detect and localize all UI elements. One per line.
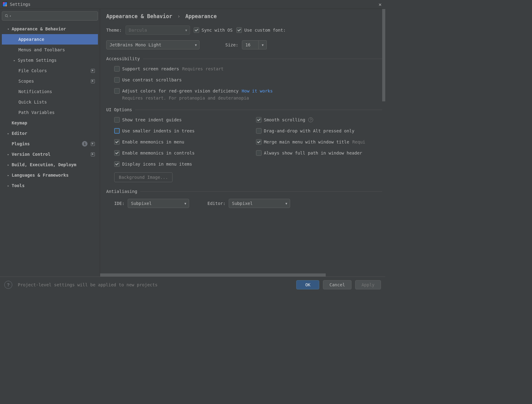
- sync-os-label: Sync with OS: [202, 28, 233, 33]
- chevron-down-icon: ▼: [185, 29, 187, 32]
- how-it-works-link[interactable]: How it works: [242, 88, 273, 93]
- sidebar-item[interactable]: ▸Version Control: [2, 149, 98, 159]
- checkbox-box: [114, 77, 120, 83]
- theme-value: Darcula: [129, 28, 147, 33]
- sidebar-item[interactable]: Menus and Toolbars: [2, 45, 98, 55]
- info-icon[interactable]: ?: [308, 117, 313, 122]
- sidebar-item-label: Languages & Frameworks: [12, 173, 68, 178]
- checkbox-box: [114, 150, 120, 156]
- adjust-colors-hint: Requires restart. For protanopia and deu…: [114, 96, 385, 100]
- font-select[interactable]: JetBrains Mono Light ▼: [106, 40, 200, 49]
- breadcrumb-a: Appearance & Behavior: [106, 13, 172, 19]
- full-path-label: Always show full path in window header: [264, 151, 362, 155]
- sidebar-item-label: Plugins: [12, 141, 30, 146]
- chevron-right-icon: ▸: [7, 153, 12, 156]
- help-icon[interactable]: ?: [4, 281, 12, 289]
- sidebar-item[interactable]: ▸System Settings: [2, 55, 98, 65]
- checkbox-box: [114, 161, 120, 167]
- search-history-caret-icon[interactable]: ▾: [10, 14, 11, 18]
- smaller-indents-checkbox[interactable]: Use smaller indents in trees: [114, 128, 195, 134]
- size-dropdown-button[interactable]: ▼: [259, 40, 267, 49]
- mnemonics-ctrl-label: Enable mnemonics in controls: [122, 151, 195, 155]
- scrollbar-thumb[interactable]: [100, 273, 326, 277]
- contrast-scrollbars-checkbox[interactable]: Use contrast scrollbars: [114, 77, 182, 83]
- sidebar-item-label: Appearance & Behavior: [12, 26, 66, 31]
- ok-button[interactable]: OK: [296, 280, 319, 289]
- drag-alt-checkbox[interactable]: Drag-and-drop with Alt pressed only: [256, 128, 355, 134]
- chevron-down-icon: ▼: [184, 202, 186, 205]
- sidebar-item-label: Tools: [12, 183, 25, 188]
- scrollbar-thumb[interactable]: [382, 9, 385, 101]
- merge-menu-hint: Requi: [352, 139, 365, 144]
- window-title: Settings: [10, 2, 30, 7]
- project-level-icon: [91, 69, 95, 73]
- screen-readers-checkbox[interactable]: Support screen readers: [114, 66, 179, 72]
- custom-font-checkbox[interactable]: Use custom font:: [236, 27, 286, 33]
- sidebar-item[interactable]: File Colors: [2, 65, 98, 76]
- smooth-scrolling-checkbox[interactable]: Smooth scrolling: [256, 117, 305, 123]
- full-path-checkbox[interactable]: Always show full path in window header: [256, 150, 362, 156]
- sidebar-item[interactable]: Plugins1: [2, 139, 98, 149]
- divider: [143, 59, 385, 59]
- editor-aa-select[interactable]: Subpixel ▼: [229, 199, 290, 208]
- adjust-colors-checkbox[interactable]: Adjust colors for red-green vision defic…: [114, 88, 239, 94]
- divider: [135, 110, 385, 110]
- sync-os-checkbox[interactable]: Sync with OS: [194, 27, 233, 33]
- mnemonics-menu-checkbox[interactable]: Enable mnemonics in menu: [114, 139, 184, 145]
- drag-alt-label: Drag-and-drop with Alt pressed only: [264, 128, 355, 133]
- checkbox-box: [114, 88, 120, 94]
- sidebar-item-label: Version Control: [12, 152, 50, 157]
- sidebar-item[interactable]: ▾Appearance & Behavior: [2, 24, 98, 34]
- ide-aa-value: Subpixel: [131, 201, 152, 206]
- sidebar-item[interactable]: ▸Languages & Frameworks: [2, 170, 98, 180]
- checkbox-box: [114, 139, 120, 145]
- mnemonics-menu-label: Enable mnemonics in menu: [122, 139, 184, 144]
- sidebar-item[interactable]: Appearance: [2, 34, 98, 45]
- apply-button[interactable]: Apply: [355, 280, 381, 289]
- badge: 1: [82, 141, 87, 147]
- checkbox-box: [114, 117, 120, 123]
- theme-select[interactable]: Darcula ▼: [126, 25, 190, 35]
- merge-menu-checkbox[interactable]: Merge main menu with window title: [256, 139, 349, 145]
- cancel-button[interactable]: Cancel: [323, 280, 351, 289]
- tree-guides-checkbox[interactable]: Show tree indent guides: [114, 117, 182, 123]
- merge-menu-label: Merge main menu with window title: [264, 139, 349, 144]
- smooth-label: Smooth scrolling: [264, 117, 305, 122]
- chevron-down-icon: ▼: [285, 202, 287, 205]
- mnemonics-ctrl-checkbox[interactable]: Enable mnemonics in controls: [114, 150, 195, 156]
- sidebar-item[interactable]: Notifications: [2, 86, 98, 97]
- checkbox-box: [256, 117, 262, 123]
- breadcrumb-sep: ›: [177, 13, 180, 19]
- sidebar-item[interactable]: Keymap: [2, 118, 98, 128]
- smaller-indents-label: Use smaller indents in trees: [122, 128, 195, 133]
- checkbox-box: [194, 27, 199, 33]
- contrast-label: Use contrast scrollbars: [122, 77, 182, 82]
- chevron-right-icon: ▸: [7, 163, 12, 167]
- sidebar-item[interactable]: Scopes: [2, 76, 98, 86]
- background-image-button[interactable]: Background Image...: [114, 172, 173, 182]
- divider: [140, 191, 385, 192]
- display-icons-checkbox[interactable]: Display icons in menu items: [114, 161, 192, 167]
- sidebar-item-label: Notifications: [18, 89, 52, 94]
- accessibility-heading: Accessibility: [106, 56, 140, 61]
- chevron-down-icon: ▾: [7, 27, 12, 31]
- sidebar-item[interactable]: Path Variables: [2, 107, 98, 118]
- sidebar: ▾ ▾Appearance & BehaviorAppearanceMenus …: [0, 9, 100, 277]
- chevron-down-icon: ▼: [195, 43, 197, 47]
- sidebar-item[interactable]: ▸Tools: [2, 180, 98, 191]
- screen-readers-label: Support screen readers: [122, 66, 179, 71]
- vertical-scrollbar[interactable]: [382, 9, 385, 273]
- search-input[interactable]: ▾: [2, 11, 98, 21]
- sidebar-item[interactable]: Quick Lists: [2, 97, 98, 107]
- horizontal-scrollbar[interactable]: [100, 273, 382, 277]
- editor-aa-label: Editor:: [208, 201, 226, 206]
- ide-aa-select[interactable]: Subpixel ▼: [128, 199, 189, 208]
- sidebar-item-label: Path Variables: [18, 110, 55, 115]
- app-icon: [2, 2, 7, 7]
- checkbox-box: [256, 139, 262, 145]
- size-label: Size:: [225, 42, 238, 47]
- size-input[interactable]: [242, 40, 259, 49]
- close-icon[interactable]: ✕: [377, 2, 383, 7]
- sidebar-item[interactable]: ▸Editor: [2, 128, 98, 139]
- sidebar-item[interactable]: ▸Build, Execution, Deploym: [2, 159, 98, 170]
